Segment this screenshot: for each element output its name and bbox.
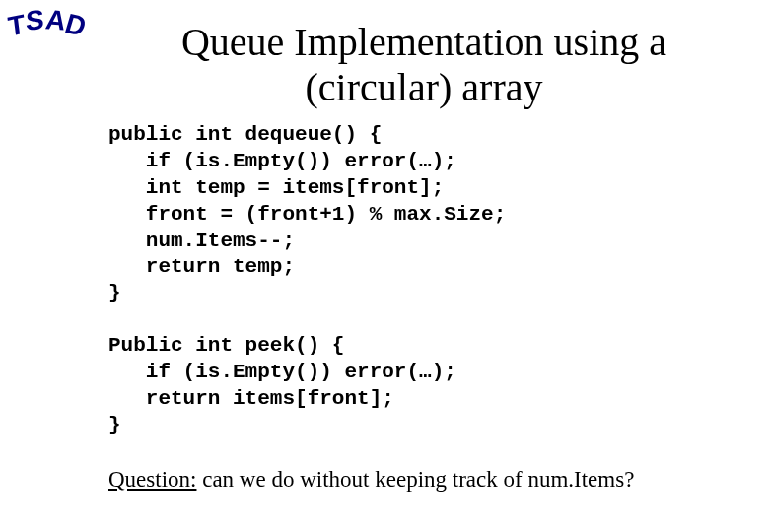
question-text: can we do without keeping track of num.I… (196, 467, 634, 492)
title-line-1: Queue Implementation using a (181, 20, 666, 64)
question-line: Question: can we do without keeping trac… (108, 465, 739, 495)
code-block-dequeue: public int dequeue() { if (is.Empty()) e… (108, 122, 739, 307)
tsad-logo: TSAD (7, 8, 89, 39)
title-line-2: (circular) array (306, 65, 543, 109)
question-label: Question: (108, 467, 196, 492)
slide-title: Queue Implementation using a (circular) … (108, 20, 739, 110)
logo-char-2: S (26, 4, 45, 37)
code-block-peek: Public int peek() { if (is.Empty()) erro… (108, 333, 739, 439)
slide-content: Queue Implementation using a (circular) … (108, 20, 739, 495)
